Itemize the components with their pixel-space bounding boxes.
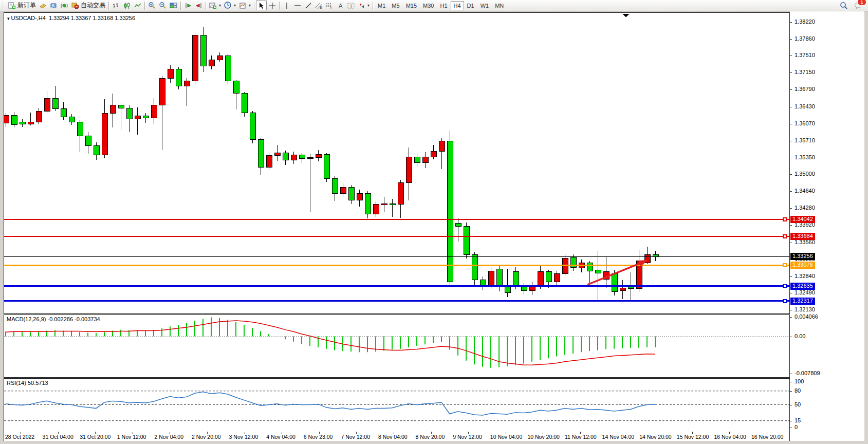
svg-text:A: A xyxy=(339,3,343,9)
terminal-button[interactable] xyxy=(59,1,70,10)
svg-text:T: T xyxy=(350,4,353,9)
rsi-tick xyxy=(790,382,792,382)
line-handle[interactable] xyxy=(783,218,786,221)
indicators-button[interactable]: ▾ xyxy=(208,1,223,10)
indicators-icon xyxy=(209,2,217,9)
search-button[interactable] xyxy=(838,1,849,10)
candle-body xyxy=(4,115,9,123)
autotrading-button[interactable]: 自动交易 xyxy=(70,1,107,10)
periods-button[interactable]: ▾ xyxy=(223,1,237,10)
macd-pane[interactable]: MACD(12,26,9) -0.002286 -0.003734 xyxy=(4,314,790,378)
macd-tick-label: 0.00 xyxy=(795,333,805,340)
horizontal-line-tool-button[interactable] xyxy=(292,1,303,10)
bar-chart-button[interactable] xyxy=(110,1,121,10)
vertical-line-tool-button[interactable] xyxy=(281,1,292,10)
price-tick-label: 1.32840 xyxy=(795,273,815,280)
chart-symbol-period: USDCAD-,H4 xyxy=(11,15,46,21)
candlestick-chart-button[interactable] xyxy=(121,1,132,10)
tile-windows-button[interactable] xyxy=(168,1,179,10)
price-chart-pane[interactable]: ▾USDCAD-,H4 1.33294 1.33367 1.33168 1.33… xyxy=(4,12,790,314)
line-chart-button[interactable] xyxy=(132,1,143,10)
macd-tick xyxy=(790,337,792,337)
timeframe-MN[interactable]: MN xyxy=(492,1,507,10)
equidistant-channel-tool-button[interactable]: E xyxy=(313,1,324,10)
fibonacci-tool-button[interactable]: F xyxy=(324,1,335,10)
candlestick-chart[interactable] xyxy=(4,13,789,313)
candle-body xyxy=(513,272,519,286)
notifications-button[interactable]: 1 xyxy=(853,1,864,10)
date-axis[interactable]: 28 Oct 202231 Oct 04:0031 Oct 20:001 Nov… xyxy=(4,432,790,441)
chart-shift-marker[interactable] xyxy=(623,14,629,17)
trendline-tool-button[interactable] xyxy=(303,1,313,10)
candle-body xyxy=(390,203,395,205)
date-label: 14 Nov 04:00 xyxy=(602,434,634,440)
price-axis[interactable]: 1.382201.378601.375101.371501.367901.364… xyxy=(790,11,864,441)
candle-body xyxy=(94,145,99,155)
templates-button[interactable]: ▾ xyxy=(237,1,252,10)
timeframe-D1[interactable]: D1 xyxy=(464,1,477,10)
toolbar: 新订单 自动交易 ▾ ▾ xyxy=(0,0,868,11)
date-label: 14 Nov 20:00 xyxy=(639,434,671,440)
navigator-button[interactable] xyxy=(48,1,59,10)
timeframe-M1[interactable]: M1 xyxy=(375,1,389,10)
timeframe-M30[interactable]: M30 xyxy=(420,1,437,10)
new-order-button[interactable]: 新订单 xyxy=(7,1,38,10)
candle-body xyxy=(242,94,247,113)
horizontal-levels[interactable] xyxy=(4,218,789,303)
candle-body xyxy=(61,108,66,117)
vertical-line-icon xyxy=(284,2,289,9)
line-chart-icon xyxy=(134,2,141,9)
line-handle[interactable] xyxy=(783,235,786,238)
text-tool-button[interactable]: A xyxy=(335,1,346,10)
timeframe-group: M1M5M15M30H1H4D1W1MN xyxy=(375,1,507,10)
zoom-out-button[interactable] xyxy=(157,1,168,10)
toolbar-separator xyxy=(254,2,254,10)
timeframe-H4[interactable]: H4 xyxy=(451,1,464,10)
text-label-tool-button[interactable]: T xyxy=(346,1,357,10)
candle-body xyxy=(398,183,403,205)
chart-title: ▾USDCAD-,H4 1.33294 1.33367 1.33168 1.33… xyxy=(7,15,135,21)
candle-body xyxy=(77,122,83,136)
arrows-tool-button[interactable]: ▾ xyxy=(357,1,371,10)
bid-price-label: 1.33256 xyxy=(790,253,815,260)
timeframe-M15[interactable]: M15 xyxy=(403,1,420,10)
rsi-tick-label: 0 xyxy=(795,424,798,431)
macd-tick-label: 0.004066 xyxy=(795,313,818,321)
line-handle[interactable] xyxy=(783,300,786,303)
candle-body xyxy=(250,113,255,140)
auto-scroll-button[interactable] xyxy=(182,1,193,10)
navigator-icon xyxy=(50,2,58,9)
timeframe-M5[interactable]: M5 xyxy=(389,1,402,10)
date-label: 10 Nov 04:00 xyxy=(490,434,522,440)
date-label: 2 Nov 04:00 xyxy=(154,434,183,440)
one-click-trading-arrow-icon[interactable]: ▾ xyxy=(7,16,10,21)
candle-body xyxy=(587,263,593,271)
macd-signal-line xyxy=(6,321,655,365)
zoom-in-button[interactable] xyxy=(146,1,157,10)
price-tick xyxy=(790,124,792,124)
date-label: 31 Oct 04:00 xyxy=(43,434,73,440)
price-tick xyxy=(790,174,792,175)
candle-body xyxy=(52,98,58,108)
zoom-out-icon xyxy=(159,2,167,9)
notification-badge: 1 xyxy=(857,0,866,6)
crosshair-tool-button[interactable] xyxy=(267,1,278,10)
candle-body xyxy=(324,154,329,178)
candle-body xyxy=(184,81,190,86)
price-tick xyxy=(790,276,792,277)
candle-body xyxy=(332,178,338,193)
line-handle[interactable] xyxy=(783,285,786,288)
timeframe-H1[interactable]: H1 xyxy=(437,1,450,10)
rsi-tick xyxy=(790,391,792,392)
timeframe-W1[interactable]: W1 xyxy=(477,1,492,10)
arrows-icon xyxy=(358,2,365,9)
market-watch-button[interactable] xyxy=(38,1,48,10)
rsi-pane[interactable]: RSI(14) 50.5713 xyxy=(4,378,790,432)
line-handle[interactable] xyxy=(783,264,786,267)
cursor-tool-button[interactable] xyxy=(256,1,267,10)
candle-body xyxy=(110,105,116,114)
toolbar-separator xyxy=(373,2,373,10)
price-tick-label: 1.36070 xyxy=(795,120,815,127)
chart-shift-button[interactable] xyxy=(193,1,204,10)
autotrading-icon xyxy=(71,2,79,9)
